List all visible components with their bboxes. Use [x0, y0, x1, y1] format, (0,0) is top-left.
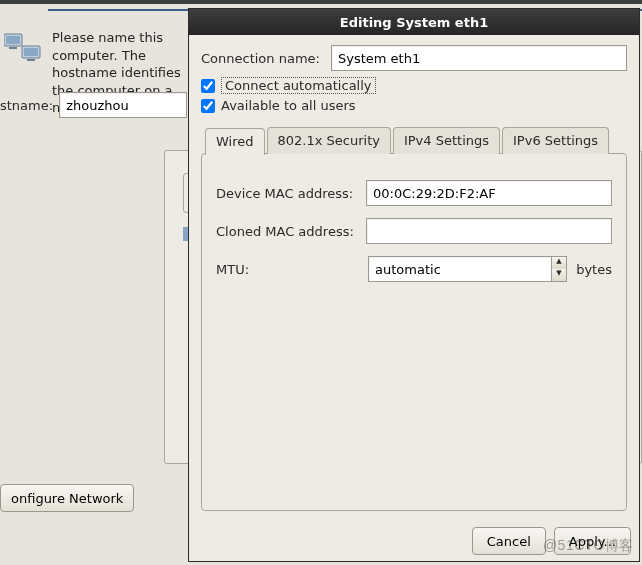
available-all-users-label[interactable]: Available to all users [221, 98, 356, 113]
hostname-input[interactable] [59, 92, 187, 118]
tab-ipv6-settings[interactable]: IPv6 Settings [502, 127, 609, 154]
mtu-step-down[interactable]: ▼ [552, 269, 566, 281]
mtu-spinbox[interactable]: ▲ ▼ [368, 256, 567, 282]
dialog-title: Editing System eth1 [340, 15, 488, 30]
svg-rect-1 [6, 36, 20, 44]
connection-name-label: Connection name: [201, 51, 331, 66]
svg-rect-4 [24, 48, 38, 56]
hostname-label: stname: [0, 98, 53, 113]
mtu-step-up[interactable]: ▲ [552, 257, 566, 269]
svg-rect-5 [27, 59, 35, 61]
network-icon [4, 30, 44, 64]
tab-8021x-security[interactable]: 802.1x Security [267, 127, 391, 154]
cancel-button[interactable]: Cancel [472, 527, 546, 555]
edit-connection-dialog: Editing System eth1 Connection name: Con… [188, 8, 640, 562]
tabs: Wired 802.1x Security IPv4 Settings IPv6… [201, 127, 627, 511]
device-mac-label: Device MAC address: [216, 186, 366, 201]
cloned-mac-input[interactable] [366, 218, 612, 244]
available-all-users-checkbox[interactable] [201, 99, 215, 113]
mtu-label: MTU: [216, 262, 362, 277]
connect-automatically-checkbox[interactable] [201, 79, 215, 93]
tab-wired[interactable]: Wired [205, 128, 265, 155]
tab-ipv4-settings[interactable]: IPv4 Settings [393, 127, 500, 154]
configure-network-button[interactable]: onfigure Network [0, 484, 134, 512]
connection-name-input[interactable] [331, 45, 627, 71]
wired-tab-panel: Device MAC address: Cloned MAC address: … [201, 153, 627, 511]
svg-rect-2 [9, 47, 17, 49]
mtu-unit: bytes [573, 262, 612, 277]
apply-button[interactable]: Apply... [554, 527, 631, 555]
mtu-input[interactable] [368, 256, 551, 282]
connect-automatically-label[interactable]: Connect automatically [221, 77, 376, 94]
dialog-titlebar[interactable]: Editing System eth1 [189, 9, 639, 35]
device-mac-input[interactable] [366, 180, 612, 206]
cloned-mac-label: Cloned MAC address: [216, 224, 366, 239]
